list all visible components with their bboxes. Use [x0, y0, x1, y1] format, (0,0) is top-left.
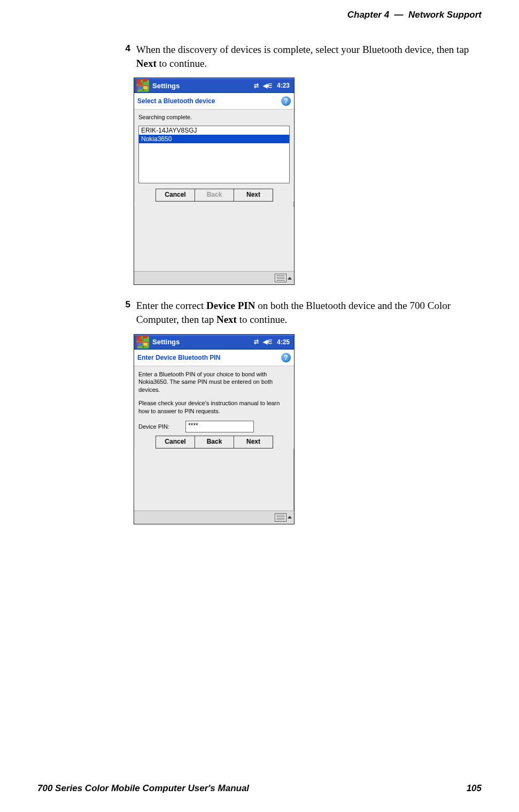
step-5-number: 5 [119, 299, 130, 311]
running-header: Chapter 4 — Network Support [347, 10, 482, 20]
next-button[interactable]: Next [234, 436, 273, 448]
keyboard-icon[interactable] [275, 274, 286, 282]
volume-icon[interactable]: ◀∈ [263, 338, 273, 345]
footer-manual-title: 700 Series Color Mobile Computer User's … [37, 783, 249, 794]
subtitle-bar: Select a Bluetooth device ? [134, 93, 294, 110]
subtitle-text: Select a Bluetooth device [137, 97, 215, 105]
connectivity-icon[interactable]: ⇄ [254, 338, 259, 345]
list-item[interactable]: ERIK-14JAYV8SGJ [139, 126, 289, 135]
volume-icon[interactable]: ◀∈ [263, 82, 273, 89]
start-icon[interactable] [136, 336, 149, 349]
step-5-text: Enter the correct Device PIN on both the… [136, 299, 478, 326]
start-icon[interactable] [136, 79, 149, 92]
status-text: Searching complete. [138, 114, 290, 120]
keyboard-icon[interactable] [275, 513, 286, 522]
help-icon[interactable]: ? [281, 96, 291, 106]
step-4-text: When the discovery of devices is complet… [136, 43, 478, 70]
chapter-title: Network Support [408, 10, 482, 20]
titlebar: Settings ⇄ ◀∈ 4:25 [134, 335, 294, 350]
sip-arrow-icon[interactable] [288, 277, 292, 280]
step-5: 5 Enter the correct Device PIN on both t… [119, 299, 482, 326]
subtitle-bar: Enter Device Bluetooth PIN ? [134, 350, 294, 366]
sip-bar [134, 271, 294, 284]
header-dash: — [394, 10, 404, 20]
instruction-text-2: Please check your device's instruction m… [138, 399, 290, 415]
list-item-selected[interactable]: Nokia3650 [139, 135, 289, 143]
system-tray: ⇄ ◀∈ 4:23 [254, 82, 294, 89]
sip-bar [134, 511, 294, 524]
wizard-buttons: Cancel Back Next [138, 189, 290, 202]
footer-page-number: 105 [467, 783, 482, 794]
clock-text[interactable]: 4:25 [277, 338, 290, 346]
cancel-button[interactable]: Cancel [156, 189, 195, 202]
next-button[interactable]: Next [234, 189, 273, 202]
title-text: Settings [152, 338, 254, 346]
help-icon[interactable]: ? [281, 353, 291, 362]
screenshot-enter-pin: Settings ⇄ ◀∈ 4:25 Enter Device Bluetoot… [134, 334, 295, 524]
subtitle-text: Enter Device Bluetooth PIN [137, 354, 220, 361]
instruction-text-1: Enter a Bluetooth PIN of your choice to … [138, 370, 290, 395]
titlebar: Settings ⇄ ◀∈ 4:23 [134, 78, 294, 93]
system-tray: ⇄ ◀∈ 4:25 [254, 338, 294, 346]
pin-label: Device PIN: [138, 423, 169, 430]
device-listbox[interactable]: ERIK-14JAYV8SGJ Nokia3650 [138, 126, 290, 183]
back-button: Back [195, 189, 234, 202]
step-4: 4 When the discovery of devices is compl… [119, 43, 482, 70]
pin-row: Device PIN: **** [138, 421, 290, 432]
wizard-buttons: Cancel Back Next [138, 436, 290, 448]
cancel-button[interactable]: Cancel [156, 436, 195, 448]
connectivity-icon[interactable]: ⇄ [254, 82, 259, 89]
clock-text[interactable]: 4:23 [277, 82, 290, 89]
back-button[interactable]: Back [195, 436, 234, 448]
sip-arrow-icon[interactable] [288, 516, 292, 519]
step-4-number: 4 [119, 43, 130, 55]
screenshot-select-device: Settings ⇄ ◀∈ 4:23 Select a Bluetooth de… [134, 78, 295, 285]
chapter-label: Chapter 4 [347, 10, 389, 20]
pin-input[interactable]: **** [185, 421, 254, 432]
title-text: Settings [152, 82, 254, 90]
